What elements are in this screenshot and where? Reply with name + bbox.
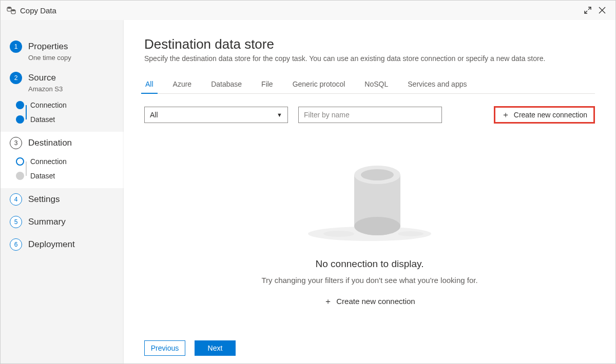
create-button-label: Create new connection bbox=[514, 111, 587, 119]
create-new-connection-link[interactable]: ＋ Create new connection bbox=[324, 297, 415, 306]
svg-point-0 bbox=[7, 7, 11, 9]
tab-nosql[interactable]: NoSQL bbox=[363, 77, 389, 93]
step-label: Summary bbox=[28, 217, 66, 227]
toolbar: All ▼ ＋ Create new connection bbox=[144, 106, 595, 124]
step-settings[interactable]: 4 Settings bbox=[1, 188, 124, 211]
empty-state-title: No connection to display. bbox=[144, 258, 595, 270]
step-properties[interactable]: 1 Properties One time copy bbox=[1, 35, 124, 67]
step-source[interactable]: 2 Source Amazon S3 Connection Dataset bbox=[1, 67, 124, 132]
step-dot-icon bbox=[16, 115, 24, 124]
step-number: 3 bbox=[10, 137, 22, 149]
tab-database[interactable]: Database bbox=[210, 77, 243, 93]
substep-source-connection[interactable]: Connection bbox=[16, 98, 124, 112]
step-dot-icon bbox=[16, 101, 24, 109]
create-link-label: Create new connection bbox=[336, 297, 415, 306]
empty-state-subtitle: Try changing your filters if you don't s… bbox=[144, 276, 595, 285]
svg-point-4 bbox=[398, 231, 424, 236]
svg-point-3 bbox=[323, 231, 354, 237]
svg-point-1 bbox=[11, 9, 15, 11]
main-panel: Destination data store Specify the desti… bbox=[124, 20, 615, 363]
step-number: 2 bbox=[10, 72, 22, 84]
create-new-connection-button[interactable]: ＋ Create new connection bbox=[494, 106, 595, 124]
step-destination[interactable]: 3 Destination Connection Dataset bbox=[1, 132, 124, 188]
titlebar: Copy Data bbox=[1, 1, 615, 20]
step-subtitle: One time copy bbox=[28, 54, 124, 62]
svg-point-7 bbox=[354, 217, 400, 235]
category-tabs: All Azure Database File Generic protocol… bbox=[144, 77, 595, 94]
copy-data-icon bbox=[7, 6, 16, 14]
step-deployment[interactable]: 6 Deployment bbox=[1, 233, 124, 256]
svg-point-6 bbox=[361, 169, 394, 180]
window-title: Copy Data bbox=[20, 6, 56, 15]
close-icon[interactable] bbox=[595, 3, 609, 17]
filter-input[interactable] bbox=[298, 107, 442, 123]
substep-source-dataset[interactable]: Dataset bbox=[16, 112, 124, 127]
step-label: Source bbox=[28, 73, 56, 83]
dropdown-value: All bbox=[150, 111, 158, 119]
next-button[interactable]: Next bbox=[195, 340, 236, 356]
step-subtitle: Amazon S3 bbox=[28, 85, 124, 93]
step-label: Destination bbox=[28, 138, 72, 148]
wizard-sidebar: 1 Properties One time copy 2 Source Amaz… bbox=[1, 20, 124, 363]
substep-destination-connection[interactable]: Connection bbox=[16, 154, 124, 169]
database-illustration-icon bbox=[293, 144, 447, 248]
page-description: Specify the destination data store for t… bbox=[144, 54, 595, 63]
step-dot-icon bbox=[16, 172, 24, 180]
previous-button[interactable]: Previous bbox=[144, 340, 185, 356]
step-label: Properties bbox=[28, 42, 68, 52]
step-number: 1 bbox=[10, 41, 22, 53]
step-label: Settings bbox=[28, 194, 60, 205]
chevron-down-icon: ▼ bbox=[277, 112, 282, 118]
plus-icon: ＋ bbox=[324, 297, 332, 306]
step-number: 6 bbox=[10, 238, 22, 251]
expand-icon[interactable] bbox=[581, 3, 595, 17]
tab-all[interactable]: All bbox=[144, 77, 155, 93]
step-summary[interactable]: 5 Summary bbox=[1, 211, 124, 233]
window: Copy Data 1 Properties One time copy bbox=[0, 0, 616, 364]
step-number: 5 bbox=[10, 216, 22, 228]
substep-destination-dataset[interactable]: Dataset bbox=[16, 169, 124, 183]
empty-state: No connection to display. Try changing y… bbox=[144, 144, 595, 306]
step-label: Deployment bbox=[28, 239, 75, 250]
substep-label: Connection bbox=[30, 157, 67, 166]
substep-label: Dataset bbox=[30, 115, 55, 124]
tab-file[interactable]: File bbox=[260, 77, 274, 93]
substep-label: Connection bbox=[30, 101, 67, 109]
tab-services-apps[interactable]: Services and apps bbox=[407, 77, 468, 93]
plus-icon: ＋ bbox=[502, 111, 510, 119]
tab-azure[interactable]: Azure bbox=[172, 77, 193, 93]
substep-label: Dataset bbox=[30, 172, 55, 180]
tab-generic-protocol[interactable]: Generic protocol bbox=[292, 77, 346, 93]
page-title: Destination data store bbox=[144, 36, 595, 52]
step-dot-icon bbox=[16, 157, 24, 166]
wizard-footer: Previous Next bbox=[124, 333, 615, 363]
step-number: 4 bbox=[10, 193, 22, 206]
type-dropdown[interactable]: All ▼ bbox=[144, 107, 288, 123]
